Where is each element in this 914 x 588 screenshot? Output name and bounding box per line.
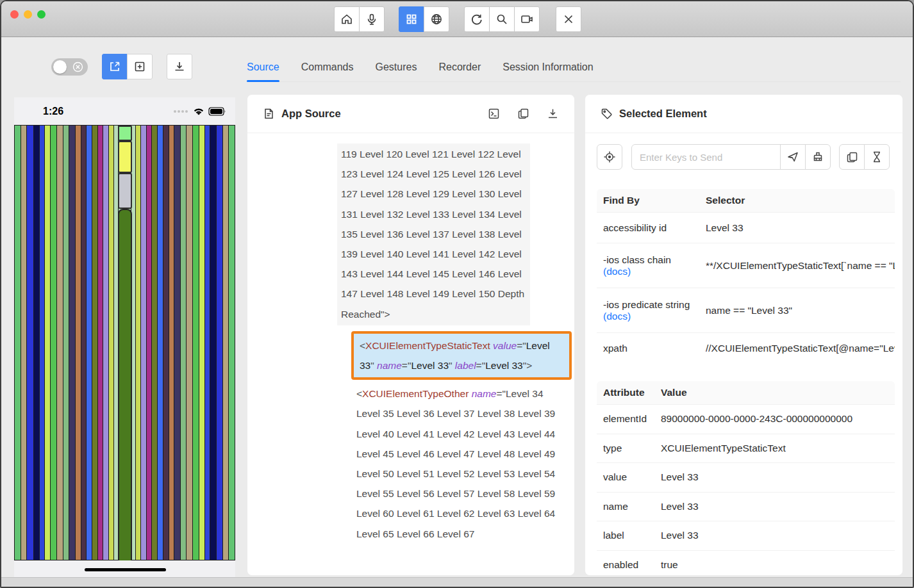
value-header: Value	[661, 387, 895, 398]
device-screenshot[interactable]: 1:26	[14, 97, 235, 578]
attribute-header: Attribute	[597, 387, 661, 398]
battery-icon	[208, 107, 226, 116]
table-row: -ios class chain(docs) **/XCUIElementTyp…	[597, 243, 895, 288]
stripe	[146, 126, 151, 560]
send-keys-button[interactable]	[780, 144, 806, 170]
copy-attributes-button[interactable]	[839, 144, 865, 170]
screen-record-button[interactable]	[514, 6, 540, 32]
table-row: xpath //XCUIElementTypeStaticText[@name=…	[597, 332, 895, 363]
browser-button[interactable]	[424, 6, 449, 32]
stripe	[92, 126, 97, 560]
tab-commands[interactable]: Commands	[301, 61, 354, 73]
stripe	[63, 126, 69, 560]
home-indicator	[85, 568, 166, 571]
find-by-header: Find By	[597, 195, 706, 206]
toolbar-group-actions	[464, 6, 540, 32]
stripe	[69, 126, 75, 560]
stripe	[26, 126, 33, 560]
device-status-bar: 1:26	[14, 97, 235, 125]
clear-keys-button[interactable]	[805, 144, 831, 170]
terminal-icon[interactable]	[488, 108, 500, 120]
stripe	[86, 126, 92, 560]
tab-gestures[interactable]: Gestures	[376, 61, 417, 73]
zoom-window-button[interactable]	[37, 10, 46, 19]
refresh-button[interactable]	[464, 6, 490, 32]
circle-x-icon	[72, 61, 83, 72]
app-source-title: App Source	[281, 108, 341, 120]
stripe	[75, 126, 81, 560]
window-bottom-edge	[1, 577, 913, 587]
stripe	[21, 126, 26, 560]
docs-link[interactable]: (docs)	[603, 311, 706, 322]
selector-header: Selector	[706, 195, 895, 206]
select-element-button[interactable]	[102, 54, 128, 79]
locate-icon	[603, 151, 616, 163]
stripe	[204, 126, 210, 560]
clear-icon	[811, 151, 824, 163]
column-fill	[118, 209, 132, 560]
traffic-lights	[10, 10, 46, 19]
search-button[interactable]	[489, 6, 515, 32]
docs-link[interactable]: (docs)	[603, 266, 706, 277]
tag-icon	[601, 108, 613, 120]
download-screenshot-button[interactable]	[167, 54, 192, 79]
stripe	[157, 126, 163, 560]
xml-other-node[interactable]: <XCUIElementTypeOther name="Level 34 Lev…	[356, 384, 559, 544]
main-tabs: Source Commands Gestures Recorder Sessio…	[247, 53, 901, 82]
stripe	[174, 126, 180, 560]
selected-xml-node-highlight[interactable]: <XCUIElementTypeStaticText value="Level …	[351, 331, 572, 380]
download-source-icon[interactable]	[547, 108, 559, 120]
element-actions-group	[839, 144, 890, 170]
minimize-window-button[interactable]	[24, 10, 32, 19]
app-grid-button[interactable]	[399, 6, 424, 32]
plus-square-icon	[133, 60, 146, 73]
toolbar-group-quit	[556, 6, 581, 32]
column-segment	[118, 173, 132, 209]
column-segment	[118, 141, 132, 173]
file-text-icon	[263, 108, 275, 120]
table-row: value Level 33	[597, 462, 895, 492]
select-element-icon	[108, 60, 121, 73]
inspector-toggle-switch[interactable]	[51, 58, 88, 76]
selected-element-header: Selected Element	[585, 95, 902, 133]
selected-xml-node: <XCUIElementTypeStaticText value="Level …	[354, 334, 569, 377]
selected-element-title: Selected Element	[619, 108, 707, 120]
send-keys-input[interactable]	[631, 144, 781, 170]
source-tree: 119 Level 120 Level 121 Level 122 Level …	[247, 133, 574, 575]
siri-button[interactable]	[359, 6, 385, 32]
stripe	[135, 126, 140, 560]
stripe	[186, 126, 192, 560]
column-segment	[118, 126, 132, 141]
swipe-coordinates-button[interactable]	[127, 54, 153, 79]
tab-session-information[interactable]: Session Information	[503, 61, 593, 73]
tab-source[interactable]: Source	[247, 61, 279, 73]
home-button[interactable]	[334, 6, 360, 32]
table-row: name Level 33	[597, 492, 895, 521]
stripe	[103, 126, 108, 560]
interaction-mode-group	[102, 54, 153, 79]
titlebar	[1, 1, 913, 37]
refresh-icon	[470, 13, 483, 26]
quit-session-button[interactable]	[556, 6, 581, 32]
download-icon	[173, 60, 186, 73]
tab-recorder[interactable]: Recorder	[438, 61, 481, 73]
table-row: elementId 89000000-0000-0000-243C-000000…	[597, 404, 895, 434]
close-window-button[interactable]	[10, 10, 19, 19]
stripe	[97, 126, 103, 560]
stripe	[163, 126, 169, 560]
copy-icon[interactable]	[517, 108, 529, 120]
attributes-table: Attribute Value elementId 89000000-0000-…	[597, 381, 895, 576]
cellular-dots-icon	[174, 110, 188, 113]
stripe	[39, 126, 44, 560]
close-icon	[563, 13, 574, 25]
xml-parent-tail-node[interactable]: 119 Level 120 Level 121 Level 122 Level …	[337, 143, 530, 325]
stripe	[169, 126, 174, 560]
selected-element-controls	[597, 144, 892, 170]
stripe	[140, 126, 146, 560]
stripe	[192, 126, 199, 560]
wait-for-element-button[interactable]	[864, 144, 890, 170]
stripe	[210, 126, 216, 560]
hourglass-icon	[871, 151, 883, 163]
send-icon	[786, 151, 799, 163]
locate-element-button[interactable]	[597, 144, 622, 170]
